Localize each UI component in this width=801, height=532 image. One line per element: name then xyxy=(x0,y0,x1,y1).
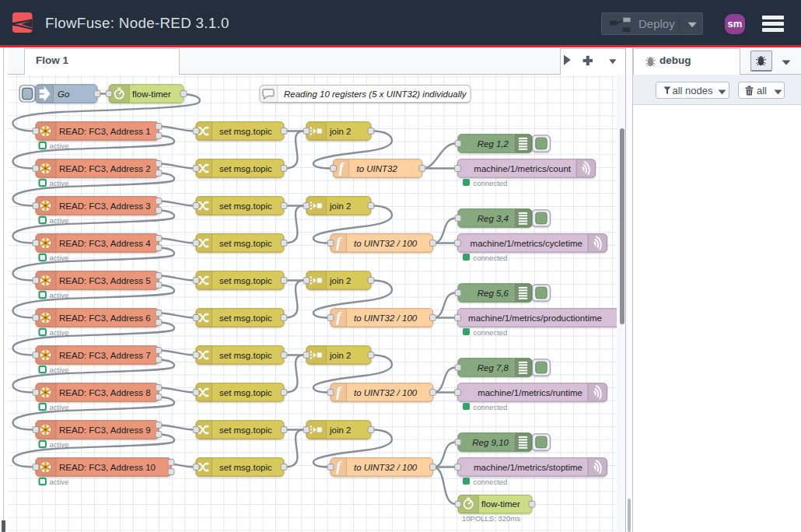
svg-text:join 2: join 2 xyxy=(329,350,352,359)
svg-text:active: active xyxy=(50,440,69,449)
svg-text:READ: FC3, Address 3: READ: FC3, Address 3 xyxy=(59,201,151,210)
svg-text:connected: connected xyxy=(474,402,508,411)
svg-text:active: active xyxy=(50,328,69,337)
svg-text:machine/1/metrics/cycletime: machine/1/metrics/cycletime xyxy=(470,238,582,247)
svg-text:Reg 3,4: Reg 3,4 xyxy=(477,213,509,222)
svg-text:to UINT32 / 100: to UINT32 / 100 xyxy=(354,238,418,247)
svg-text:active: active xyxy=(50,366,69,374)
svg-text:READ: FC3, Address 5: READ: FC3, Address 5 xyxy=(59,275,151,285)
svg-text:to UINT32: to UINT32 xyxy=(357,163,398,173)
svg-text:READ: FC3, Address 7: READ: FC3, Address 7 xyxy=(59,350,151,359)
svg-text:active: active xyxy=(50,291,69,299)
svg-text:join 2: join 2 xyxy=(329,425,352,434)
svg-text:set msg.topic: set msg.topic xyxy=(219,462,272,471)
svg-text:active: active xyxy=(50,179,69,187)
svg-text:Reg 1,2: Reg 1,2 xyxy=(477,138,509,148)
svg-text:READ: FC3, Address 1: READ: FC3, Address 1 xyxy=(59,126,151,135)
svg-text:READ: FC3, Address 6: READ: FC3, Address 6 xyxy=(59,313,151,322)
svg-text:active: active xyxy=(50,403,69,411)
svg-text:set msg.topic: set msg.topic xyxy=(219,201,272,210)
svg-text:set msg.topic: set msg.topic xyxy=(219,275,272,285)
svg-text:set msg.topic: set msg.topic xyxy=(219,387,272,397)
svg-text:Go: Go xyxy=(58,89,70,98)
svg-text:to UINT32 / 100: to UINT32 / 100 xyxy=(354,313,418,322)
svg-text:READ: FC3, Address 2: READ: FC3, Address 2 xyxy=(59,163,151,173)
svg-text:connected: connected xyxy=(474,327,508,336)
svg-text:connected: connected xyxy=(474,477,508,485)
svg-text:set msg.topic: set msg.topic xyxy=(219,425,272,434)
svg-text:Reg 5,6: Reg 5,6 xyxy=(477,288,509,297)
svg-text:machine/1/metrics/stoptime: machine/1/metrics/stoptime xyxy=(474,462,582,471)
svg-text:set msg.topic: set msg.topic xyxy=(219,238,272,247)
svg-text:READ: FC3, Address 8: READ: FC3, Address 8 xyxy=(59,387,151,397)
svg-text:Reg 7,8: Reg 7,8 xyxy=(477,362,509,372)
svg-text:flow-timer: flow-timer xyxy=(132,89,171,98)
svg-text:set msg.topic: set msg.topic xyxy=(219,126,272,135)
svg-text:Reg 9,10: Reg 9,10 xyxy=(472,437,509,446)
svg-text:Reading 10 registers (5 x UINT: Reading 10 registers (5 x UINT32) indivi… xyxy=(284,89,467,98)
svg-text:connected: connected xyxy=(474,253,508,261)
svg-text:join 2: join 2 xyxy=(329,275,352,285)
svg-text:active: active xyxy=(50,478,69,486)
svg-text:to UINT32 / 100: to UINT32 / 100 xyxy=(354,387,418,397)
svg-text:set msg.topic: set msg.topic xyxy=(219,313,272,322)
svg-text:join 2: join 2 xyxy=(329,126,352,135)
svg-text:10POLLS: 320ms: 10POLLS: 320ms xyxy=(462,513,520,522)
svg-text:machine/1/metrics/runtime: machine/1/metrics/runtime xyxy=(477,387,582,397)
svg-text:join 2: join 2 xyxy=(329,201,352,210)
svg-text:READ: FC3, Address 10: READ: FC3, Address 10 xyxy=(59,462,156,471)
svg-text:READ: FC3, Address 9: READ: FC3, Address 9 xyxy=(59,425,151,434)
svg-text:active: active xyxy=(50,142,69,150)
svg-text:connected: connected xyxy=(474,178,508,187)
svg-text:flow-timer: flow-timer xyxy=(481,499,520,509)
svg-text:set msg.topic: set msg.topic xyxy=(219,350,272,359)
svg-text:READ: FC3, Address 4: READ: FC3, Address 4 xyxy=(59,238,151,247)
svg-text:active: active xyxy=(50,254,69,262)
svg-text:machine/1/metrics/count: machine/1/metrics/count xyxy=(474,163,571,173)
svg-text:active: active xyxy=(50,216,69,225)
svg-text:set msg.topic: set msg.topic xyxy=(219,163,272,173)
svg-text:to UINT32 / 100: to UINT32 / 100 xyxy=(354,462,418,471)
svg-text:machine/1/metrics/productionti: machine/1/metrics/productiontime xyxy=(468,313,602,322)
